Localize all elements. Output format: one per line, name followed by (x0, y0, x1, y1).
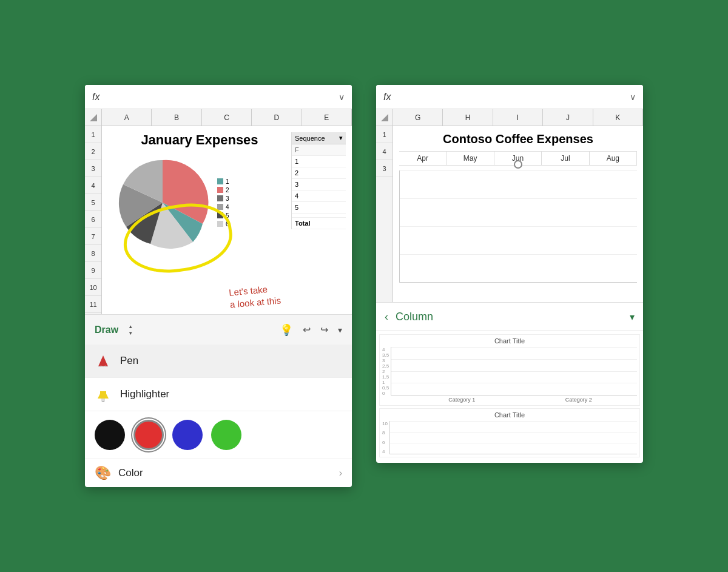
legend-label-1: 1 (226, 178, 229, 185)
y-label-35: 3.5 (382, 352, 389, 358)
more-icon[interactable]: ▾ (338, 325, 342, 335)
seq-row-3[interactable]: 3 (292, 179, 346, 190)
arrow-up: ▲ (128, 324, 133, 329)
col-header-B[interactable]: B (152, 109, 201, 126)
y-label-15: 1.5 (382, 374, 389, 380)
left-chart-title: January Expenses (108, 132, 291, 148)
y-label-3: 3 (382, 358, 389, 363)
row-header-2: 2 (85, 143, 101, 160)
corner-cell-left (85, 109, 102, 126)
legend-label-3: 3 (226, 195, 229, 202)
row-header-5: 5 (85, 194, 101, 211)
right-formula-bar: fx ∨ (376, 85, 643, 109)
highlighter-label: Highlighter (120, 388, 169, 400)
draw-arrows[interactable]: ▲ ▼ (128, 324, 133, 336)
legend-dot-5 (217, 212, 223, 218)
legend-item-4: 4 (217, 204, 229, 210)
row-header-7: 7 (85, 228, 101, 245)
small-chart-2-title: Chart Title (382, 411, 637, 419)
row-header-10: 10 (85, 279, 101, 296)
pie-container: 1 2 3 (114, 154, 291, 251)
legend-item-6: 6 (217, 221, 229, 227)
cat-label-2: Category 2 (565, 397, 592, 403)
y-label-05: 0.5 (382, 385, 389, 391)
col-header-D[interactable]: D (252, 109, 302, 126)
small-chart-2-bars (389, 421, 637, 454)
col-header-C[interactable]: C (202, 109, 252, 126)
right-grid-header: G H I J K (376, 109, 643, 126)
column-label: Column (396, 311, 630, 323)
month-tab-apr[interactable]: Apr (399, 152, 447, 165)
col-header-K[interactable]: K (593, 109, 643, 126)
seq-row-4[interactable]: 4 (292, 190, 346, 202)
svg-rect-6 (101, 399, 105, 401)
pen-label: Pen (120, 355, 138, 367)
col-header-H[interactable]: H (443, 109, 493, 126)
y2-label-6: 6 (382, 440, 388, 445)
back-icon[interactable]: ‹ (385, 311, 388, 323)
seq-row-6[interactable] (292, 214, 346, 218)
y-label-4: 4 (382, 347, 389, 352)
row-header-1: 1 (85, 126, 101, 143)
month-tab-aug[interactable]: Aug (590, 152, 637, 165)
legend-dot-6 (217, 221, 223, 227)
redo-icon[interactable]: ↪ (320, 324, 328, 335)
right-chart-title: Contoso Coffee Expenses (399, 132, 637, 146)
y-label-25: 2.5 (382, 363, 389, 369)
formula-chevron-left[interactable]: ∨ (339, 92, 345, 102)
y-axis-labels-1: 4 3.5 3 2.5 2 1.5 1 0.5 0 (382, 347, 389, 395)
pen-icon (95, 353, 112, 369)
right-row-4: 4 (376, 143, 393, 160)
row-header-9: 9 (85, 262, 101, 279)
seq-row-5[interactable]: 5 (292, 202, 346, 214)
right-bar-chart (399, 170, 637, 283)
legend-label-4: 4 (226, 204, 229, 210)
month-slider[interactable] (514, 160, 522, 169)
seq-row-2[interactable]: 2 (292, 167, 346, 179)
month-tab-may[interactable]: May (447, 152, 494, 165)
sequence-dropdown[interactable]: ▾ (339, 134, 343, 142)
col-header-A[interactable]: A (102, 109, 152, 126)
highlighter-tool-item[interactable]: Highlighter (85, 378, 352, 411)
color-blue[interactable] (172, 420, 203, 450)
col-header-I[interactable]: I (493, 109, 543, 126)
cat-label-1: Category 1 (448, 397, 475, 403)
legend-dot-4 (217, 204, 223, 210)
small-chart-1-bars (391, 347, 637, 395)
lightbulb-icon[interactable]: 💡 (280, 323, 293, 337)
col-header-G[interactable]: G (393, 109, 443, 126)
seq-row-1[interactable]: 1 (292, 156, 346, 167)
pen-tool-item[interactable]: Pen (85, 345, 352, 378)
y-label-2: 2 (382, 369, 389, 374)
formula-chevron-right[interactable]: ∨ (630, 92, 636, 102)
draw-toolbar: Draw ▲ ▼ 💡 ↩ ↪ ▾ (85, 314, 352, 345)
month-tab-jul[interactable]: Jul (542, 152, 589, 165)
legend-dot-3 (217, 195, 223, 201)
undo-icon[interactable]: ↩ (303, 324, 311, 335)
row-header-8: 8 (85, 245, 101, 262)
col-header-E[interactable]: E (302, 109, 352, 126)
row-header-3: 3 (85, 160, 101, 177)
column-toolbar: ‹ Column ▾ (376, 302, 643, 331)
y2-label-4: 4 (382, 449, 388, 454)
draw-label[interactable]: Draw (95, 325, 118, 335)
color-green[interactable] (211, 420, 241, 450)
svg-marker-0 (90, 114, 97, 121)
color-palette-icon: 🎨 (95, 465, 111, 481)
svg-rect-5 (100, 391, 106, 395)
column-dropdown-icon[interactable]: ▾ (630, 311, 635, 323)
small-chart-1: Chart Title 4 3.5 3 2.5 2 1.5 1 0.5 0 (379, 334, 640, 406)
highlighter-icon (95, 386, 112, 402)
color-black[interactable] (95, 420, 125, 450)
row-header-6: 6 (85, 211, 101, 228)
month-tabs: Apr May Jun Jul Aug (399, 151, 637, 166)
svg-marker-1 (98, 355, 108, 366)
color-row[interactable]: 🎨 Color › (85, 459, 352, 487)
col-header-J[interactable]: J (543, 109, 593, 126)
right-panel: fx ∨ G H I J K 1 4 3 Contoso Coffee Expe… (376, 85, 643, 463)
color-red[interactable] (133, 420, 164, 450)
row-header-4: 4 (85, 177, 101, 194)
legend-label-5: 5 (226, 212, 229, 219)
right-grid-body: 1 4 3 Contoso Coffee Expenses Apr May Ju… (376, 126, 643, 302)
legend-label-2: 2 (226, 187, 229, 193)
